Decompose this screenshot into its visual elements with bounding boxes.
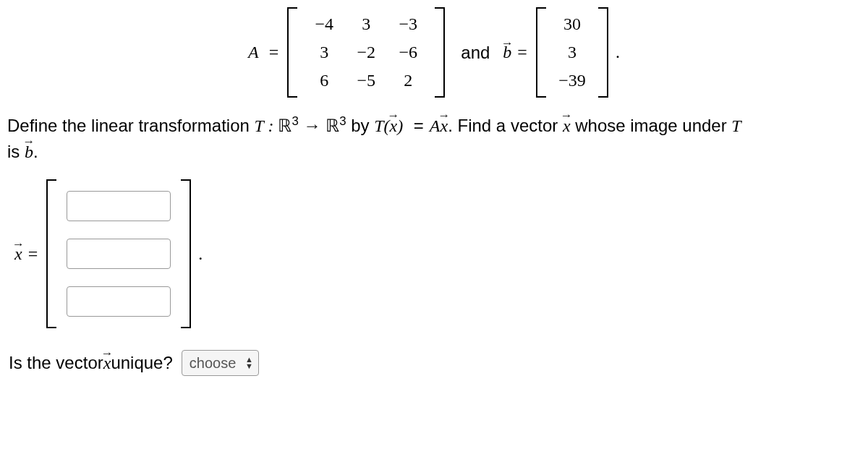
- question-text: Define the linear transformation T : ℝ3 …: [7, 112, 861, 165]
- x2-input[interactable]: [67, 239, 171, 269]
- bracket-left-icon: [287, 7, 297, 98]
- matrix-a-cell: −4: [303, 10, 345, 38]
- matrix-a-cell: −3: [387, 10, 429, 38]
- period: .: [616, 43, 620, 62]
- unique-question-row: Is the vector x unique? choose ▲▼: [9, 350, 861, 376]
- x1-input[interactable]: [67, 191, 171, 221]
- matrix-a-cell: 3: [345, 10, 387, 38]
- real-symbol: ℝ: [326, 116, 339, 135]
- matrix-a-label: A: [248, 43, 259, 62]
- matrix-a-cell: 2: [387, 67, 429, 95]
- matrix-a-cell: 3: [303, 38, 345, 67]
- bracket-right-icon: [181, 179, 191, 328]
- answer-vector: [46, 179, 191, 328]
- vector-b-cell: −39: [552, 67, 592, 95]
- unique-select[interactable]: choose: [182, 350, 259, 376]
- matrix-a-cell: 6: [303, 67, 345, 95]
- bracket-right-icon: [598, 7, 608, 98]
- t-label: T: [255, 116, 264, 135]
- x-vector-label: x: [390, 113, 398, 139]
- vector-b: 30 3 −39: [536, 7, 608, 98]
- unique-question-text-2: unique?: [111, 353, 172, 373]
- b-vector-label: b: [25, 139, 33, 165]
- and-text: and: [461, 43, 490, 63]
- bracket-left-icon: [536, 7, 546, 98]
- vector-b-cell: 3: [552, 38, 592, 67]
- matrix-a: −4 3 −3 3 −2 −6 6 −5 2: [287, 7, 445, 98]
- matrix-a-cell: −5: [345, 67, 387, 95]
- x3-input[interactable]: [67, 286, 171, 317]
- equals-sign: =: [28, 244, 38, 264]
- bracket-left-icon: [46, 179, 56, 328]
- equals-sign: =: [517, 43, 527, 62]
- period: .: [198, 244, 203, 264]
- x-vector-label: x: [563, 113, 571, 139]
- matrix-a-cell: −6: [387, 38, 429, 67]
- answer-block: x = .: [14, 179, 861, 328]
- bracket-right-icon: [435, 7, 445, 98]
- definition-block: A = −4 3 −3 3 −2 −6 6 −5 2 and b =: [7, 7, 861, 98]
- matrix-a-cell: −2: [345, 38, 387, 67]
- x-vector-answer-label: x: [14, 244, 22, 264]
- equals-sign: =: [269, 43, 279, 62]
- unique-question-text-1: Is the vector: [9, 353, 103, 373]
- real-symbol: ℝ: [278, 116, 292, 135]
- x-vector-label: x: [103, 354, 111, 373]
- vector-b-label: b: [503, 43, 511, 62]
- unique-select-wrapper: choose ▲▼: [173, 350, 259, 376]
- vector-b-cell: 30: [552, 10, 592, 38]
